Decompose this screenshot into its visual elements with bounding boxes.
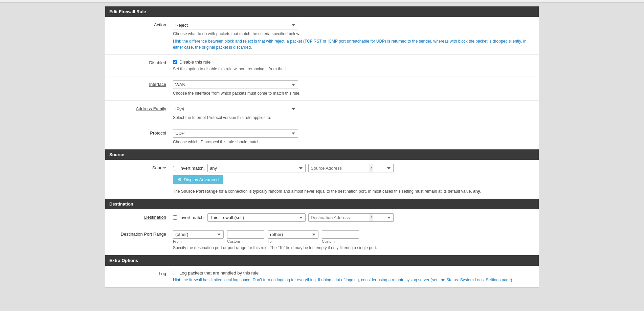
gear-icon: ⚙	[178, 177, 182, 182]
destination-content: Invert match. any Single host or alias N…	[173, 213, 539, 222]
log-label: Log	[105, 270, 173, 276]
edit-firewall-rule-title: Edit Firewall Rule	[109, 9, 146, 14]
destination-label: Destination	[105, 213, 173, 220]
address-family-label-text: Address Family	[136, 106, 166, 111]
protocol-hint: Choose which IP protocol this rule shoul…	[173, 139, 532, 145]
address-family-hint: Select the Internet Protocol version thi…	[173, 115, 532, 121]
dest-port-hint: Specify the destination port or port ran…	[173, 245, 532, 251]
log-checkbox-label: Log packets that are handled by this rul…	[179, 270, 259, 276]
interface-select[interactable]: WAN LAN LAN2	[173, 80, 298, 89]
source-content: Invert match. any Single host or alias N…	[173, 164, 539, 194]
address-family-content: IPv4 IPv6 IPv4+IPv6 Select the Internet …	[173, 105, 539, 121]
action-label-text: Action	[154, 22, 166, 27]
source-hint-any: any	[473, 189, 480, 194]
source-address-group: / 8 16 24 32	[308, 164, 394, 172]
to-custom-label: Custom	[322, 239, 359, 243]
destination-row: Destination Invert match. any Single hos…	[105, 209, 539, 226]
log-content: Log packets that are handled by this rul…	[173, 270, 539, 283]
address-family-label: Address Family	[105, 105, 173, 111]
source-address-input[interactable]	[308, 164, 369, 172]
disabled-content: Disable this rule Set this option to dis…	[173, 59, 539, 72]
to-port-group: any (other) HTTP HTTPS SSH To	[268, 230, 318, 243]
extra-options-title: Extra Options	[109, 258, 138, 263]
edit-firewall-rule-header: Edit Firewall Rule	[105, 6, 539, 17]
source-controls-row: Invert match. any Single host or alias N…	[173, 164, 532, 172]
disabled-hint: Set this option to disable this rule wit…	[173, 66, 532, 72]
log-hint: Hint: the firewall has limited local log…	[173, 277, 532, 283]
dest-port-range-label-text: Destination Port Range	[121, 232, 166, 237]
protocol-label-text: Protocol	[150, 130, 166, 136]
from-port-select[interactable]: any (other) HTTP HTTPS SSH	[173, 230, 224, 239]
top-bar	[0, 0, 644, 3]
disabled-checkbox-label: Disable this rule	[179, 59, 211, 65]
destination-address-group: / 8 16 24 32	[308, 213, 394, 222]
source-slash: /	[369, 164, 373, 172]
from-custom-label: Custom	[227, 239, 264, 243]
source-port-range-bold: Source Port Range	[181, 189, 218, 194]
source-label: Source	[105, 164, 173, 170]
from-custom-group: 33434 Custom	[227, 230, 264, 243]
to-custom-input[interactable]: 33529	[322, 230, 359, 239]
disabled-checkbox[interactable]	[173, 60, 177, 64]
action-hint1: Choose what to do with packets that matc…	[173, 31, 532, 37]
action-label: Action	[105, 21, 173, 27]
action-content: Pass Block Reject Choose what to do with…	[173, 21, 539, 50]
destination-type-select[interactable]: any Single host or alias Network This fi…	[207, 213, 306, 222]
log-checkbox-row: Log packets that are handled by this rul…	[173, 270, 532, 276]
source-title: Source	[109, 152, 124, 157]
source-type-select[interactable]: any Single host or alias Network This fi…	[207, 164, 306, 172]
destination-address-input[interactable]	[308, 213, 369, 222]
dest-port-range-controls: any (other) HTTP HTTPS SSH From 33434 Cu…	[173, 230, 532, 243]
source-row: Source Invert match. any Single host or …	[105, 160, 539, 199]
destination-invert-group: Invert match.	[173, 215, 205, 220]
source-hint: The Source Port Range for a connection i…	[173, 188, 532, 194]
display-advanced-label: Display Advanced	[184, 177, 219, 182]
dest-port-range-label: Destination Port Range	[105, 230, 173, 237]
protocol-content: any TCP UDP TCP/UDP ICMP Choose which IP…	[173, 129, 539, 145]
destination-invert-label: Invert match.	[179, 215, 205, 220]
destination-invert-checkbox[interactable]	[173, 215, 177, 220]
log-checkbox[interactable]	[173, 271, 177, 275]
log-label-text: Log	[159, 271, 166, 276]
interface-label-text: Interface	[149, 82, 166, 87]
source-label-text: Source	[152, 165, 166, 170]
source-cidr-select[interactable]: 8 16 24 32	[373, 164, 394, 172]
edit-firewall-rule-card: Edit Firewall Rule Action Pass Block Rej…	[105, 6, 539, 288]
protocol-label: Protocol	[105, 129, 173, 136]
dest-port-range-content: any (other) HTTP HTTPS SSH From 33434 Cu…	[173, 230, 539, 251]
to-port-select[interactable]: any (other) HTTP HTTPS SSH	[268, 230, 318, 239]
interface-row: Interface WAN LAN LAN2 Choose the interf…	[105, 76, 539, 101]
disabled-label-text: Disabled	[149, 60, 166, 65]
source-invert-group: Invert match.	[173, 166, 205, 171]
disabled-row: Disabled Disable this rule Set this opti…	[105, 55, 539, 76]
dest-port-range-row: Destination Port Range any (other) HTTP …	[105, 226, 539, 255]
action-row: Action Pass Block Reject Choose what to …	[105, 17, 539, 55]
interface-label: Interface	[105, 80, 173, 87]
source-invert-checkbox[interactable]	[173, 166, 177, 170]
address-family-row: Address Family IPv4 IPv6 IPv4+IPv6 Selec…	[105, 101, 539, 125]
to-label: To	[268, 239, 318, 243]
extra-options-header: Extra Options	[105, 255, 539, 266]
to-custom-group: 33529 Custom	[322, 230, 359, 243]
action-select[interactable]: Pass Block Reject	[173, 21, 298, 29]
destination-controls-row: Invert match. any Single host or alias N…	[173, 213, 532, 222]
destination-slash: /	[369, 213, 373, 222]
source-invert-label: Invert match.	[179, 166, 205, 171]
address-family-select[interactable]: IPv4 IPv6 IPv4+IPv6	[173, 105, 298, 113]
destination-label-text: Destination	[144, 215, 166, 220]
page-wrapper: Edit Firewall Rule Action Pass Block Rej…	[0, 0, 644, 298]
source-header: Source	[105, 149, 539, 160]
display-advanced-button[interactable]: ⚙ Display Advanced	[173, 175, 223, 184]
destination-title: Destination	[109, 201, 133, 207]
from-custom-input[interactable]: 33434	[227, 230, 264, 239]
disabled-label: Disabled	[105, 59, 173, 65]
from-port-group: any (other) HTTP HTTPS SSH From	[173, 230, 224, 243]
interface-content: WAN LAN LAN2 Choose the interface from w…	[173, 80, 539, 96]
interface-hint: Choose the interface from which packets …	[173, 90, 532, 96]
from-label: From	[173, 239, 224, 243]
disabled-checkbox-row: Disable this rule	[173, 59, 532, 65]
action-hint2: Hint: the difference between block and r…	[173, 38, 532, 50]
protocol-row: Protocol any TCP UDP TCP/UDP ICMP Choose…	[105, 125, 539, 149]
protocol-select[interactable]: any TCP UDP TCP/UDP ICMP	[173, 129, 298, 138]
destination-cidr-select[interactable]: 8 16 24 32	[373, 213, 394, 222]
